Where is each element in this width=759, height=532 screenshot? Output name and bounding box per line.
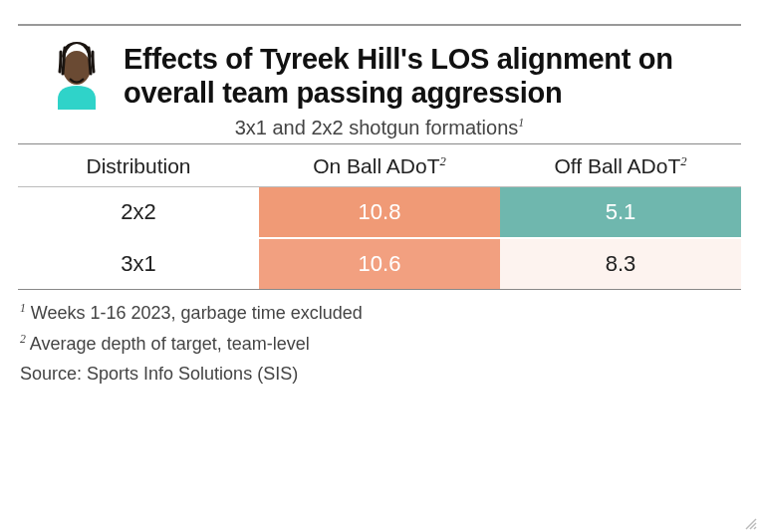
cell-off: 5.1 xyxy=(500,187,741,239)
svg-point-0 xyxy=(63,51,91,85)
footnotes: 1 Weeks 1-16 2023, garbage time excluded… xyxy=(18,290,741,390)
table-header-row: Distribution On Ball ADoT2 Off Ball ADoT… xyxy=(18,144,741,187)
table-row: 2x2 10.8 5.1 xyxy=(18,187,741,239)
resize-grip-icon[interactable] xyxy=(743,516,757,530)
col-on-ball: On Ball ADoT2 xyxy=(259,144,500,187)
cell-off: 8.3 xyxy=(500,238,741,289)
source-line: Source: Sports Info Solutions (SIS) xyxy=(20,359,739,390)
top-divider xyxy=(18,24,741,26)
cell-dist: 3x1 xyxy=(18,238,259,289)
footnote-1: 1 Weeks 1-16 2023, garbage time excluded xyxy=(20,298,739,329)
cell-dist: 2x2 xyxy=(18,187,259,239)
svg-line-3 xyxy=(754,527,756,529)
footnote-2: 2 Average depth of target, team-level xyxy=(20,329,739,360)
header: Effects of Tyreek Hill's LOS alignment o… xyxy=(18,36,741,110)
cell-on: 10.6 xyxy=(259,238,500,289)
cell-on: 10.8 xyxy=(259,187,500,239)
col-off-ball: Off Ball ADoT2 xyxy=(500,144,741,187)
subtitle-footnote-ref: 1 xyxy=(518,116,524,130)
data-table: Distribution On Ball ADoT2 Off Ball ADoT… xyxy=(18,143,741,289)
subtitle-text: 3x1 and 2x2 shotgun formations xyxy=(235,117,519,138)
col-distribution: Distribution xyxy=(18,144,259,187)
table-body: 2x2 10.8 5.1 3x1 10.6 8.3 xyxy=(18,187,741,290)
chart-title: Effects of Tyreek Hill's LOS alignment o… xyxy=(124,36,731,110)
player-headshot-icon xyxy=(48,36,106,110)
table-row: 3x1 10.6 8.3 xyxy=(18,238,741,289)
chart-subtitle: 3x1 and 2x2 shotgun formations1 xyxy=(18,116,741,139)
